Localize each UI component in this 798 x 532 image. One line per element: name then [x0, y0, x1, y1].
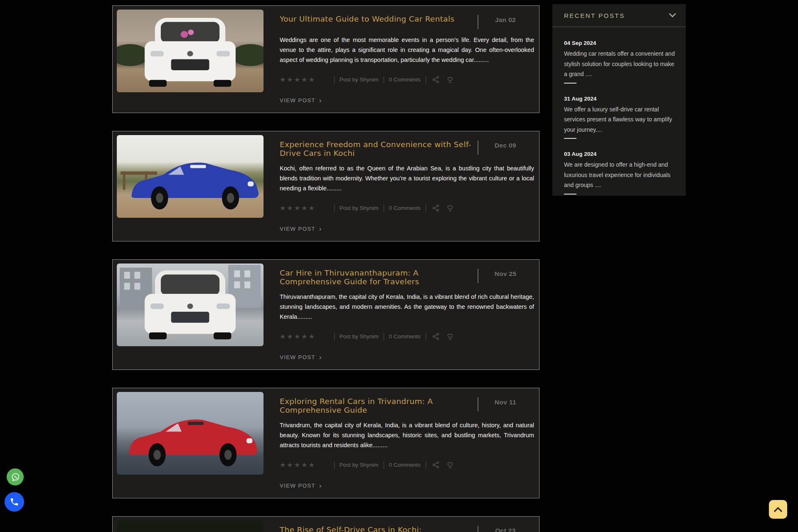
post-title-link[interactable]: Your Ultimate Guide to Wedding Car Renta…	[280, 15, 475, 23]
share-icon[interactable]	[432, 461, 440, 469]
comments-count-link[interactable]: 0 Comments	[389, 462, 421, 468]
post-date: Nov 11	[478, 397, 532, 406]
post-author: Post by Shynim	[340, 333, 379, 340]
share-icon[interactable]	[432, 76, 440, 84]
post-author: Post by Shynim	[340, 205, 379, 211]
chevron-right-icon: ›	[319, 97, 322, 104]
blog-posts-list: Your Ultimate Guide to Wedding Car Renta…	[112, 5, 539, 532]
post-title-link[interactable]: Exploring Rental Cars in Trivandrum: A C…	[280, 397, 475, 414]
rating-stars: ★★★★★	[280, 76, 316, 83]
post-date: Oct 23	[478, 525, 532, 532]
comments-count-link[interactable]: 0 Comments	[389, 205, 421, 211]
post-thumbnail[interactable]	[117, 520, 264, 532]
blog-post-card: Your Ultimate Guide to Wedding Car Renta…	[112, 5, 539, 113]
recent-posts-list: 04 Sep 2024 Wedding car rentals offer a …	[552, 27, 686, 195]
post-content: Exploring Rental Cars in Trivandrum: A C…	[280, 392, 534, 489]
recent-post-item[interactable]: 04 Sep 2024 Wedding car rentals offer a …	[564, 40, 675, 84]
phone-call-button[interactable]	[5, 492, 24, 512]
post-date: Dec 09	[478, 140, 532, 149]
post-excerpt: Trivandrum, the capital city of Kerala, …	[280, 420, 534, 450]
rating-stars: ★★★★★	[280, 333, 316, 340]
post-thumbnail[interactable]	[117, 135, 264, 218]
phone-icon	[10, 497, 19, 507]
post-content: Car Hire in Thiruvananthapuram: A Compre…	[280, 264, 534, 361]
post-thumbnail[interactable]	[117, 264, 264, 346]
recent-post-date: 03 Aug 2024	[564, 151, 675, 157]
post-date: Jan 02	[478, 15, 532, 24]
comments-count-link[interactable]: 0 Comments	[389, 333, 421, 340]
whatsapp-button[interactable]	[7, 468, 24, 485]
divider	[564, 83, 576, 84]
post-content: Your Ultimate Guide to Wedding Car Renta…	[280, 10, 534, 104]
white-suv-front-illustration	[117, 10, 264, 92]
recent-post-date: 31 Aug 2024	[564, 96, 675, 102]
like-heart-icon[interactable]	[446, 76, 454, 84]
recent-posts-header[interactable]: RECENT POSTS	[552, 4, 686, 27]
share-icon[interactable]	[432, 332, 440, 340]
separator	[426, 76, 426, 84]
divider	[564, 138, 576, 139]
recent-post-date: 04 Sep 2024	[564, 40, 675, 46]
recent-posts-widget: RECENT POSTS 04 Sep 2024 Wedding car ren…	[552, 4, 686, 196]
chevron-down-icon[interactable]	[668, 12, 677, 18]
rating-stars: ★★★★★	[280, 462, 316, 468]
post-date: Nov 25	[478, 268, 532, 278]
separator	[384, 204, 384, 212]
separator	[426, 204, 426, 212]
view-post-link[interactable]: VIEW POST	[280, 483, 315, 489]
comments-count-link[interactable]: 0 Comments	[389, 76, 421, 83]
recent-post-excerpt[interactable]: We are designed to offer a high-end and …	[564, 160, 675, 190]
blog-post-card: The Rise of Self-Drive Cars in Kochi: Tr…	[112, 516, 539, 532]
separator	[334, 333, 335, 340]
view-post-link[interactable]: VIEW POST	[280, 226, 315, 232]
share-icon[interactable]	[432, 204, 440, 212]
recent-post-excerpt[interactable]: Wedding car rentals offer a convenient a…	[564, 49, 675, 79]
post-excerpt: Weddings are one of the most memorable e…	[280, 35, 534, 65]
scroll-to-top-button[interactable]	[769, 500, 787, 519]
post-title-link[interactable]: Car Hire in Thiruvananthapuram: A Compre…	[280, 268, 475, 286]
chevron-right-icon: ›	[319, 354, 322, 361]
post-thumbnail[interactable]	[117, 10, 264, 92]
separator	[334, 461, 335, 469]
separator	[384, 76, 384, 84]
post-thumbnail[interactable]	[117, 392, 264, 475]
separator	[384, 333, 384, 340]
blog-page: Your Ultimate Guide to Wedding Car Renta…	[0, 0, 798, 532]
like-heart-icon[interactable]	[446, 204, 454, 212]
separator	[426, 461, 426, 469]
white-suv-city-illustration	[117, 264, 264, 346]
post-excerpt: Kochi, often referred to as the Queen of…	[280, 163, 534, 193]
whatsapp-icon	[10, 472, 20, 482]
post-title-link[interactable]: Experience Freedom and Convenience with …	[280, 140, 475, 158]
view-post-link[interactable]: VIEW POST	[280, 97, 315, 103]
separator	[334, 204, 335, 212]
chevron-right-icon: ›	[319, 225, 322, 232]
divider	[564, 194, 576, 195]
like-heart-icon[interactable]	[446, 461, 454, 469]
recent-post-excerpt[interactable]: We offer a luxury self-drive car rental …	[564, 104, 675, 135]
red-convertible-illustration	[117, 392, 264, 475]
post-content: Experience Freedom and Convenience with …	[280, 135, 534, 232]
like-heart-icon[interactable]	[446, 332, 454, 340]
view-post-link[interactable]: VIEW POST	[280, 354, 315, 360]
post-author: Post by Shynim	[340, 462, 379, 468]
chevron-right-icon: ›	[319, 482, 322, 489]
separator	[334, 76, 335, 84]
recent-post-item[interactable]: 03 Aug 2024 We are designed to offer a h…	[564, 151, 675, 195]
blog-post-card: Exploring Rental Cars in Trivandrum: A C…	[112, 388, 539, 498]
rating-stars: ★★★★★	[280, 205, 316, 212]
blue-convertible-illustration	[117, 135, 264, 218]
recent-post-item[interactable]: 31 Aug 2024 We offer a luxury self-drive…	[564, 96, 675, 139]
post-title-link[interactable]: The Rise of Self-Drive Cars in Kochi: Tr…	[280, 525, 475, 532]
separator	[426, 333, 426, 340]
post-author: Post by Shynim	[340, 76, 379, 83]
recent-posts-title: RECENT POSTS	[564, 12, 625, 19]
post-content: The Rise of Self-Drive Cars in Kochi: Tr…	[280, 520, 534, 532]
blog-post-card: Experience Freedom and Convenience with …	[112, 131, 539, 241]
post-excerpt: Thiruvananthapuram, the capital city of …	[280, 292, 534, 322]
blog-post-card: Car Hire in Thiruvananthapuram: A Compre…	[112, 259, 539, 370]
separator	[384, 461, 384, 469]
chevron-up-icon	[773, 506, 783, 513]
